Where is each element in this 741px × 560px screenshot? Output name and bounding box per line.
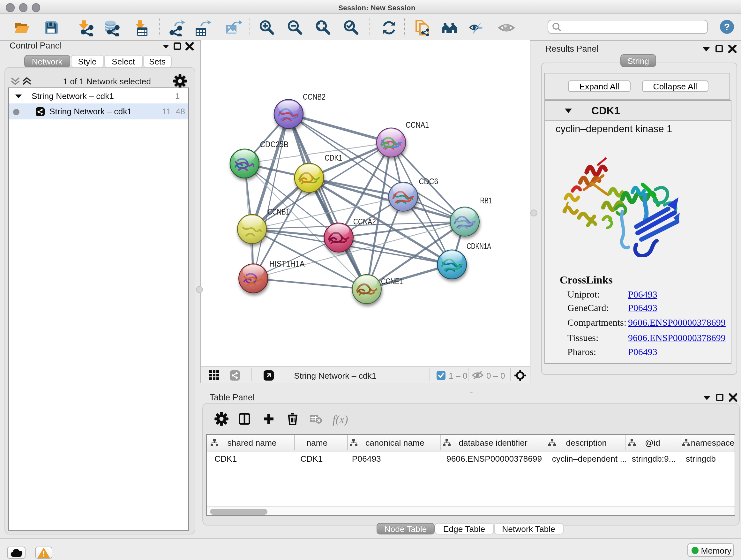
svg-text:CCNA1: CCNA1 — [406, 120, 429, 130]
svg-text:CCNA2: CCNA2 — [353, 217, 376, 226]
svg-text:CDKN1A: CDKN1A — [467, 241, 491, 251]
svg-text:CDC6: CDC6 — [419, 177, 438, 186]
svg-text:CCNE1: CCNE1 — [381, 276, 403, 286]
svg-text:CCNB1: CCNB1 — [267, 207, 289, 216]
svg-text:CDC25B: CDC25B — [260, 139, 288, 149]
svg-text:HIST1H1A: HIST1H1A — [269, 259, 305, 268]
svg-text:CDK1: CDK1 — [325, 153, 342, 163]
svg-text:RB1: RB1 — [480, 196, 492, 205]
svg-text:CCNB2: CCNB2 — [303, 92, 326, 102]
